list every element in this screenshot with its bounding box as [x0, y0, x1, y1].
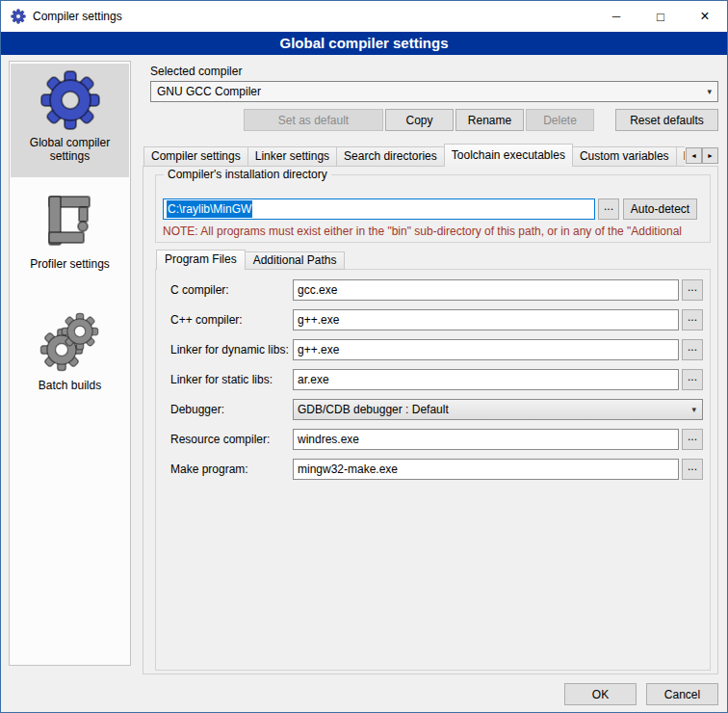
cancel-button[interactable]: Cancel — [646, 683, 718, 705]
reset-defaults-button[interactable]: Reset defaults — [615, 109, 718, 131]
tab-build-options[interactable]: Builc — [676, 146, 685, 167]
field-label: C++ compiler: — [170, 309, 292, 330]
resource-compiler-browse-button[interactable]: ... — [682, 429, 703, 450]
field-label: Make program: — [170, 459, 292, 480]
selected-compiler-label: Selected compiler — [150, 65, 242, 78]
installation-directory-input[interactable]: C:\raylib\MinGW — [163, 198, 595, 220]
maximize-button[interactable]: □ — [638, 1, 683, 32]
subtab-program-files[interactable]: Program Files — [156, 250, 246, 270]
compiler-combobox[interactable]: GNU GCC Compiler ▾ — [150, 81, 718, 102]
c-compiler-input[interactable]: gcc.exe — [293, 279, 679, 301]
c-compiler-browse-button[interactable]: ... — [682, 279, 703, 301]
input-value: ar.exe — [298, 373, 329, 386]
tab-custom-variables[interactable]: Custom variables — [572, 146, 677, 167]
tab-compiler-settings[interactable]: Compiler settings — [143, 146, 248, 167]
close-button[interactable]: × — [683, 1, 727, 32]
compiler-settings-window: Compiler settings ─ □ × Global compiler … — [0, 0, 728, 713]
settings-tab-bar: Compiler settings Linker settings Search… — [143, 144, 685, 167]
rename-button[interactable]: Rename — [455, 109, 524, 131]
category-sidebar: Global compiler settings Profiler settin… — [9, 61, 131, 666]
program-files-tab-bar: Program Files Additional Paths — [156, 250, 541, 270]
input-value: windres.exe — [298, 433, 359, 446]
minimize-button[interactable]: ─ — [594, 1, 638, 32]
profiler-tool-icon — [39, 191, 101, 252]
title-bar: Compiler settings ─ □ × — [1, 1, 727, 32]
sidebar-item-label: Global compiler settings — [11, 136, 129, 163]
resource-compiler-input[interactable]: windres.exe — [293, 429, 679, 450]
auto-detect-button[interactable]: Auto-detect — [623, 198, 697, 220]
select-value: GDB/CDB debugger : Default — [298, 403, 449, 416]
cpp-compiler-input[interactable]: g++.exe — [293, 309, 679, 330]
app-gear-icon — [11, 9, 26, 24]
input-value: gcc.exe — [298, 283, 337, 297]
ok-button[interactable]: OK — [564, 683, 637, 705]
browse-directory-button[interactable]: ... — [598, 198, 619, 220]
groupbox-title: Compiler's installation directory — [164, 168, 331, 181]
selected-path-text: C:\raylib\MinGW — [167, 200, 252, 218]
field-label: Debugger: — [170, 399, 292, 420]
chevron-down-icon: ▾ — [707, 82, 712, 101]
subtab-additional-paths[interactable]: Additional Paths — [245, 251, 346, 270]
gear-icon — [39, 69, 101, 131]
combobox-value: GNU GCC Compiler — [157, 85, 261, 98]
field-label: C compiler: — [170, 279, 292, 301]
cpp-compiler-browse-button[interactable]: ... — [682, 309, 703, 330]
batch-builds-gears-icon — [39, 312, 101, 374]
dynamic-linker-input[interactable]: g++.exe — [293, 339, 679, 360]
field-label: Linker for static libs: — [170, 369, 292, 390]
tab-scroll-left-button[interactable]: ◄ — [686, 147, 702, 164]
debugger-select[interactable]: GDB/CDB debugger : Default ▾ — [293, 399, 703, 420]
delete-button[interactable]: Delete — [526, 109, 594, 131]
tab-scroll-right-button[interactable]: ► — [702, 147, 718, 164]
page-title: Global compiler settings — [1, 32, 727, 55]
input-value: mingw32-make.exe — [298, 462, 398, 476]
note-text: NOTE: All programs must exist either in … — [163, 224, 707, 238]
set-as-default-button[interactable]: Set as default — [244, 109, 383, 131]
sidebar-item-batch-builds[interactable]: Batch builds — [11, 306, 129, 401]
dynamic-linker-browse-button[interactable]: ... — [682, 339, 703, 360]
field-label: Resource compiler: — [170, 429, 292, 450]
tab-linker-settings[interactable]: Linker settings — [247, 146, 337, 167]
make-program-input[interactable]: mingw32-make.exe — [293, 459, 679, 480]
input-value: g++.exe — [298, 313, 339, 327]
window-title: Compiler settings — [33, 1, 122, 32]
input-value: g++.exe — [298, 343, 339, 356]
static-linker-input[interactable]: ar.exe — [293, 369, 679, 390]
copy-button[interactable]: Copy — [385, 109, 454, 131]
make-program-browse-button[interactable]: ... — [682, 459, 703, 480]
tab-search-directories[interactable]: Search directories — [336, 146, 445, 167]
tab-toolchain-executables[interactable]: Toolchain executables — [444, 144, 573, 167]
chevron-down-icon: ▾ — [691, 400, 696, 419]
field-label: Linker for dynamic libs: — [170, 339, 292, 360]
sidebar-item-global-compiler-settings[interactable]: Global compiler settings — [11, 64, 129, 177]
sidebar-item-label: Profiler settings — [11, 257, 129, 271]
sidebar-item-label: Batch builds — [11, 379, 129, 392]
sidebar-item-profiler-settings[interactable]: Profiler settings — [11, 185, 129, 279]
static-linker-browse-button[interactable]: ... — [682, 369, 703, 390]
